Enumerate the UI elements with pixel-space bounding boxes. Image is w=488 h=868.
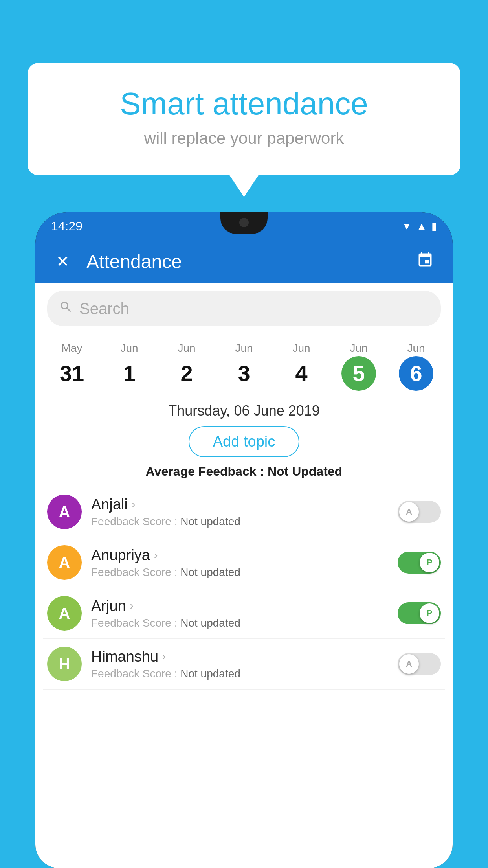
avatar-anjali: A (47, 495, 82, 529)
signal-icon: ▲ (416, 220, 427, 232)
date-month: Jun (292, 342, 310, 355)
toggle-thumb-anupriya: P (420, 553, 439, 572)
bubble-subtitle: will replace your paperwork (59, 129, 429, 148)
chevron-icon: › (162, 650, 166, 663)
student-name-anjali: Anjali › (91, 496, 388, 513)
chevron-icon: › (132, 498, 135, 511)
status-icons: ▼ ▲ ▮ (402, 220, 437, 232)
toggle-thumb-anjali: A (399, 502, 419, 522)
date-col-jun4[interactable]: Jun 4 (273, 342, 330, 391)
toggle-thumb-himanshu: A (399, 654, 419, 674)
close-button[interactable]: ✕ (51, 250, 75, 273)
avg-feedback-label: Average Feedback : (146, 464, 264, 478)
camera (239, 218, 249, 227)
search-icon (59, 300, 73, 318)
date-day: 2 (180, 362, 193, 384)
info-section: Thursday, 06 June 2019 Add topic Average… (35, 395, 453, 487)
avatar-arjun: A (47, 596, 82, 631)
avatar-himanshu: H (47, 647, 82, 681)
date-month: Jun (350, 342, 367, 355)
date-col-jun1[interactable]: Jun 1 (101, 342, 158, 391)
avatar-anupriya: A (47, 545, 82, 580)
student-feedback-anjali: Feedback Score : Not updated (91, 515, 388, 528)
student-item-arjun[interactable]: A Arjun › Feedback Score : Not updated P (43, 588, 445, 639)
student-info-anupriya: Anupriya › Feedback Score : Not updated (91, 547, 388, 579)
student-info-arjun: Arjun › Feedback Score : Not updated (91, 598, 388, 629)
date-col-jun6[interactable]: Jun 6 (387, 342, 445, 391)
student-info-anjali: Anjali › Feedback Score : Not updated (91, 496, 388, 528)
toggle-thumb-arjun: P (420, 603, 439, 623)
speech-bubble-container: Smart attendance will replace your paper… (28, 63, 460, 175)
student-feedback-arjun: Feedback Score : Not updated (91, 617, 388, 629)
battery-icon: ▮ (431, 220, 437, 232)
app-bar-title: Attendance (86, 251, 402, 272)
bubble-title: Smart attendance (59, 86, 429, 121)
search-placeholder: Search (79, 300, 129, 318)
date-day: 31 (60, 362, 84, 384)
date-month: Jun (178, 342, 195, 355)
date-col-may31[interactable]: May 31 (43, 342, 101, 391)
avg-feedback: Average Feedback : Not Updated (35, 464, 453, 479)
chevron-icon: › (154, 549, 158, 561)
date-day: 3 (238, 362, 250, 384)
date-month: May (62, 342, 83, 355)
close-icon: ✕ (56, 252, 70, 270)
date-month: Jun (120, 342, 138, 355)
app-bar: ✕ Attendance (35, 240, 453, 283)
student-item-anjali[interactable]: A Anjali › Feedback Score : Not updated … (43, 487, 445, 537)
phone-notch (220, 212, 268, 234)
student-feedback-anupriya: Feedback Score : Not updated (91, 566, 388, 579)
selected-date-label: Thursday, 06 June 2019 (35, 403, 453, 419)
wifi-icon: ▼ (402, 220, 412, 232)
search-bar[interactable]: Search (47, 291, 441, 326)
student-item-anupriya[interactable]: A Anupriya › Feedback Score : Not update… (43, 537, 445, 588)
chevron-icon: › (130, 600, 134, 612)
student-item-himanshu[interactable]: H Himanshu › Feedback Score : Not update… (43, 639, 445, 690)
student-feedback-himanshu: Feedback Score : Not updated (91, 668, 388, 680)
date-col-jun5[interactable]: Jun 5 (330, 342, 387, 391)
date-month: Jun (407, 342, 425, 355)
add-topic-button[interactable]: Add topic (189, 426, 299, 457)
date-month: Jun (235, 342, 253, 355)
date-day: 6 (410, 362, 422, 384)
student-name-himanshu: Himanshu › (91, 648, 388, 665)
avg-feedback-value: Not Updated (268, 464, 342, 478)
date-strip: May 31 Jun 1 Jun 2 Jun 3 Jun 4 Jun (35, 334, 453, 395)
toggle-arjun[interactable]: P (398, 602, 441, 624)
student-name-anupriya: Anupriya › (91, 547, 388, 564)
date-day: 4 (295, 362, 307, 384)
student-name-arjun: Arjun › (91, 598, 388, 614)
toggle-himanshu[interactable]: A (398, 653, 441, 675)
date-day: 1 (123, 362, 135, 384)
date-col-jun2[interactable]: Jun 2 (158, 342, 215, 391)
toggle-anjali[interactable]: A (398, 501, 441, 523)
status-time: 14:29 (51, 219, 83, 234)
calendar-icon (416, 251, 434, 272)
student-list: A Anjali › Feedback Score : Not updated … (35, 487, 453, 690)
phone-inner: Search May 31 Jun 1 Jun 2 Jun 3 Jun 4 (35, 283, 453, 868)
student-info-himanshu: Himanshu › Feedback Score : Not updated (91, 648, 388, 680)
speech-bubble: Smart attendance will replace your paper… (28, 63, 460, 175)
date-col-jun3[interactable]: Jun 3 (215, 342, 273, 391)
phone-frame: 14:29 ▼ ▲ ▮ ✕ Attendance (35, 212, 453, 868)
date-day: 5 (352, 362, 365, 384)
toggle-anupriya[interactable]: P (398, 552, 441, 574)
calendar-button[interactable] (413, 250, 437, 273)
